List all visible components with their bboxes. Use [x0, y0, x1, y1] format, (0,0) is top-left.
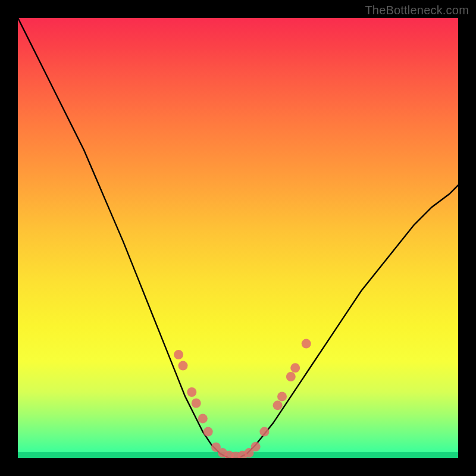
marker-dot [174, 350, 183, 359]
bottleneck-curve [18, 18, 458, 458]
marker-dot [273, 400, 283, 410]
marker-dot [290, 363, 300, 372]
marker-dot [251, 442, 261, 452]
marker-dot [286, 372, 296, 381]
marker-dot [259, 427, 269, 437]
marker-dot [187, 387, 196, 397]
marker-dot [192, 399, 201, 408]
marker-dot [178, 361, 188, 371]
chart-svg [18, 18, 458, 458]
marker-dot [198, 414, 208, 423]
watermark-text: TheBottleneck.com [365, 4, 469, 17]
marker-group [174, 339, 311, 458]
plot-area [18, 18, 458, 458]
chart-frame: TheBottleneck.com [0, 0, 476, 476]
marker-dot [203, 427, 213, 437]
marker-dot [302, 339, 311, 349]
marker-dot [277, 392, 287, 401]
